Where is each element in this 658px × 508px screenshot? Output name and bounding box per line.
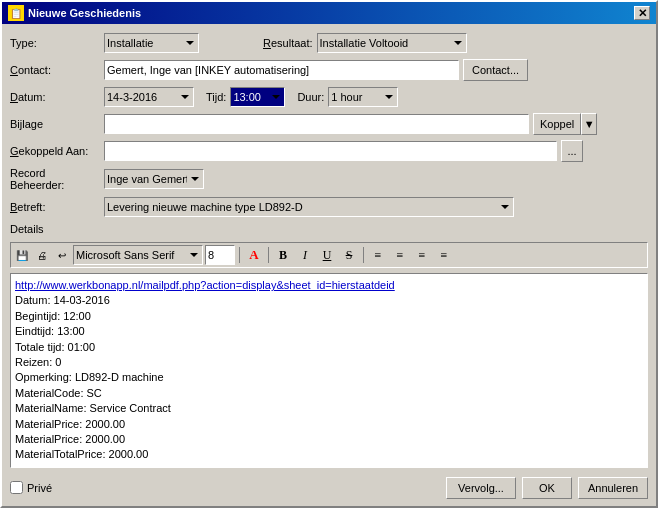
font-color-button[interactable]: A [244, 245, 264, 265]
window-icon: 📋 [8, 5, 24, 21]
font-select[interactable]: Microsoft Sans Serif [73, 245, 203, 265]
list-button[interactable]: ≡ [434, 245, 454, 265]
details-label: Details [10, 223, 648, 235]
text-body: Datum: 14-03-2016 Begintijd: 12:00 Eindt… [15, 294, 171, 460]
save-icon[interactable]: 💾 [13, 246, 31, 264]
print-icon[interactable]: 🖨 [33, 246, 51, 264]
text-link[interactable]: http://www.werkbonapp.nl/mailpdf.php?act… [15, 279, 395, 291]
toolbar-separator3 [363, 247, 364, 263]
betreft-label: Betreft: [10, 201, 100, 213]
bold-button[interactable]: B [273, 245, 293, 265]
font-size-input[interactable] [205, 245, 235, 265]
datum-select[interactable]: 14-3-2016 [104, 87, 194, 107]
datum-row: Datum: 14-3-2016 Tijd: 13:00 Duur: 1 hou… [10, 86, 648, 108]
contact-label: Contact: [10, 64, 100, 76]
form-content: Type: Installatie Resultaat: Installatie… [2, 24, 656, 508]
koppel-group: Koppel ▼ [533, 113, 597, 135]
type-label: Type: [10, 37, 100, 49]
gekoppeld-row: Gekoppeld Aan: ... [10, 140, 648, 162]
strikethrough-button[interactable]: S [339, 245, 359, 265]
duur-label: Duur: [297, 91, 324, 103]
betreft-select[interactable]: Levering nieuwe machine type LD892-D [104, 197, 514, 217]
title-bar: 📋 Nieuwe Geschiedenis ✕ [2, 2, 656, 24]
prive-label: Privé [27, 482, 52, 494]
duur-select[interactable]: 1 hour [328, 87, 398, 107]
bottom-right: Vervolg... OK Annuleren [446, 477, 648, 499]
details-text-area[interactable]: http://www.werkbonapp.nl/mailpdf.php?act… [10, 273, 648, 468]
record-row: Record Beheerder: Inge van Gemert [10, 167, 648, 191]
window-title: Nieuwe Geschiedenis [28, 7, 141, 19]
main-window: 📋 Nieuwe Geschiedenis ✕ Type: Installati… [0, 0, 658, 508]
koppel-dropdown-button[interactable]: ▼ [581, 113, 597, 135]
datum-label: Datum: [10, 91, 100, 103]
bottom-row: Privé Vervolg... OK Annuleren [10, 473, 648, 503]
dotdot-button[interactable]: ... [561, 140, 583, 162]
align-center-button[interactable]: ≡ [390, 245, 410, 265]
contact-input[interactable] [104, 60, 459, 80]
prive-checkbox[interactable] [10, 481, 23, 494]
record-label: Record Beheerder: [10, 167, 100, 191]
bijlage-label: Bijlage [10, 118, 100, 130]
undo-icon[interactable]: ↩ [53, 246, 71, 264]
prive-checkbox-wrapper: Privé [10, 481, 52, 494]
type-row: Type: Installatie Resultaat: Installatie… [10, 32, 648, 54]
gekoppeld-input[interactable] [104, 141, 557, 161]
koppel-button[interactable]: Koppel [533, 113, 581, 135]
gekoppeld-label: Gekoppeld Aan: [10, 145, 100, 157]
tijd-select[interactable]: 13:00 [230, 87, 285, 107]
record-select[interactable]: Inge van Gemert [104, 169, 204, 189]
bijlage-row: Bijlage Koppel ▼ [10, 113, 648, 135]
resultaat-select[interactable]: Installatie Voltooid [317, 33, 467, 53]
contact-button[interactable]: Contact... [463, 59, 528, 81]
bottom-left: Privé [10, 481, 52, 494]
underline-button[interactable]: U [317, 245, 337, 265]
annuleren-button[interactable]: Annuleren [578, 477, 648, 499]
close-button[interactable]: ✕ [634, 6, 650, 20]
toolbar-separator [239, 247, 240, 263]
ok-button[interactable]: OK [522, 477, 572, 499]
align-right-button[interactable]: ≡ [412, 245, 432, 265]
contact-row: Contact: Contact... [10, 59, 648, 81]
bijlage-input[interactable] [104, 114, 529, 134]
align-left-button[interactable]: ≡ [368, 245, 388, 265]
betreft-row: Betreft: Levering nieuwe machine type LD… [10, 196, 648, 218]
tijd-label: Tijd: [206, 91, 226, 103]
vervolg-button[interactable]: Vervolg... [446, 477, 516, 499]
title-bar-left: 📋 Nieuwe Geschiedenis [8, 5, 141, 21]
editor-toolbar: 💾 🖨 ↩ Microsoft Sans Serif A B I U S ≡ ≡… [10, 242, 648, 268]
resultaat-label: Resultaat: [263, 37, 313, 49]
toolbar-separator2 [268, 247, 269, 263]
italic-button[interactable]: I [295, 245, 315, 265]
type-select[interactable]: Installatie [104, 33, 199, 53]
